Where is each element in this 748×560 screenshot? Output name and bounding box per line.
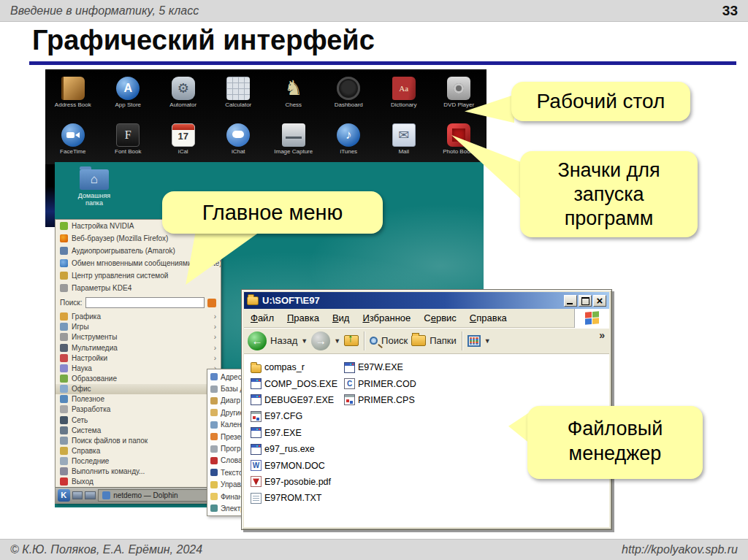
category-useful[interactable]: Полезное› <box>56 394 221 404</box>
file-item[interactable]: E97MON.DOC <box>251 457 343 473</box>
search-button-icon[interactable] <box>207 299 216 307</box>
music-note-icon <box>337 123 360 147</box>
home-folder-icon <box>80 169 109 190</box>
mac-icon-ichat[interactable]: iChat <box>211 123 267 163</box>
category-label: Поиск файлов и папок <box>72 437 148 445</box>
menu-help[interactable]: Справка <box>463 312 514 323</box>
mac-icon-label: Font Book <box>101 148 156 155</box>
maximize-button[interactable] <box>579 295 592 307</box>
file-item[interactable]: e97_rus.exe <box>251 441 343 457</box>
search-magnifier-icon[interactable] <box>370 337 378 345</box>
toolbar-overflow-chevron[interactable]: » <box>599 329 605 341</box>
category-settings[interactable]: Настройки› <box>56 353 221 363</box>
mac-icon-label: iChat <box>211 148 267 155</box>
menu-file[interactable]: Файл <box>244 312 280 323</box>
category-multimedia[interactable]: Мультимедиа› <box>56 342 221 353</box>
mac-icon-facetime[interactable]: FaceTime <box>45 123 101 163</box>
close-button[interactable] <box>593 295 606 307</box>
mac-icon-calculator[interactable]: Calculator <box>211 77 267 116</box>
menu-item-label: Параметры KDE4 <box>72 284 131 292</box>
menu-item-help[interactable]: Справка <box>56 445 221 456</box>
kopete-icon <box>60 259 68 267</box>
category-label: Сеть <box>72 416 88 424</box>
taskbar-task-dolphin[interactable]: netdemo — Dolphin <box>98 489 218 502</box>
file-item[interactable]: E97W.EXE <box>344 359 439 375</box>
category-office[interactable]: Офис› <box>56 384 221 394</box>
file-name: E97W.EXE <box>358 362 403 372</box>
mac-icon-label: App Store <box>101 101 156 108</box>
search-input[interactable] <box>85 297 205 308</box>
desktop-pager-icon[interactable] <box>85 491 96 499</box>
word-doc-icon <box>251 460 262 471</box>
mac-icon-mail[interactable]: Mail <box>376 123 432 163</box>
views-dropdown-icon[interactable]: ▼ <box>484 337 491 345</box>
mac-icon-ical[interactable]: iCal <box>156 123 211 163</box>
file-item[interactable]: E97ROM.TXT <box>251 490 343 506</box>
desktop-pager-icon[interactable] <box>72 491 83 499</box>
address-book-icon <box>210 373 218 380</box>
menu-item-logout[interactable]: Выход› <box>56 477 221 487</box>
folders-button-icon[interactable] <box>411 335 426 346</box>
file-name: E97-posobie.pdf <box>264 477 331 487</box>
category-science[interactable]: Наука› <box>56 363 221 373</box>
back-dropdown-icon[interactable]: ▼ <box>301 337 308 345</box>
category-development[interactable]: Разработка› <box>56 404 221 415</box>
mac-icon-chess[interactable]: Chess <box>266 77 321 116</box>
menu-item-recent[interactable]: Последние› <box>56 456 221 467</box>
mac-icon-font-book[interactable]: Font Book <box>101 123 156 163</box>
file-item[interactable]: DEBUGE97.EXE <box>251 392 343 408</box>
back-button[interactable]: ← <box>248 331 267 350</box>
minimize-button[interactable] <box>564 295 577 307</box>
forward-button[interactable]: → <box>311 331 330 350</box>
file-item[interactable]: E97.CFG <box>251 408 343 424</box>
home-folder-shortcut[interactable]: Домашняя папка <box>71 169 118 207</box>
up-folder-button[interactable] <box>344 335 359 346</box>
development-icon <box>60 405 68 413</box>
menu-edit[interactable]: Правка <box>280 312 326 323</box>
file-item[interactable]: COMP_DOS.EXE <box>251 375 343 391</box>
program-icon <box>210 445 218 453</box>
mac-icon-itunes[interactable]: iTunes <box>321 123 377 163</box>
menu-view[interactable]: Вид <box>326 312 356 323</box>
callout-main-menu: Главное меню <box>162 191 383 234</box>
category-graphics[interactable]: Графика› <box>56 312 221 322</box>
recent-icon <box>60 457 68 465</box>
mac-icon-address-book[interactable]: Address Book <box>45 77 101 116</box>
category-games[interactable]: Игры› <box>56 322 221 332</box>
mac-icon-dashboard[interactable]: Dashboard <box>321 77 377 116</box>
menu-favorites[interactable]: Избранное <box>356 312 417 323</box>
mac-icon-image-capture[interactable]: Image Capture <box>266 123 321 163</box>
file-item[interactable]: E97-posobie.pdf <box>251 474 343 490</box>
file-item[interactable]: PRIMER.COD <box>344 375 439 391</box>
file-item[interactable]: PRIMER.CPS <box>344 392 439 408</box>
calendar-icon <box>172 123 195 147</box>
back-label: Назад <box>270 335 297 346</box>
menu-item-run-command[interactable]: Выполнить команду... <box>56 467 221 477</box>
menu-item-find-files[interactable]: Поиск файлов и папок <box>56 435 221 445</box>
mac-icon-dictionary[interactable]: Dictionary <box>376 77 432 116</box>
forward-dropdown-icon[interactable]: ▼ <box>334 337 340 345</box>
file-item[interactable]: compas_r <box>251 359 343 375</box>
mac-icon-app-store[interactable]: App Store <box>101 77 156 116</box>
file-item[interactable]: E97.EXE <box>251 425 343 441</box>
course-title: Введение в информатику, 5 класс <box>10 4 199 18</box>
slide: Введение в информатику, 5 класс 33 Графи… <box>0 0 748 560</box>
window-title-bar[interactable]: U:\SOFT\E97 <box>244 292 609 309</box>
wrench-icon <box>60 284 68 292</box>
menu-search-row: Поиск: <box>56 294 221 312</box>
config-file-icon <box>251 411 262 422</box>
category-tools[interactable]: Инструменты› <box>56 332 221 342</box>
category-network[interactable]: Сеть› <box>56 415 221 425</box>
submenu-item-label: Прогр <box>221 445 241 453</box>
k-menu-button[interactable]: K <box>58 489 70 502</box>
menu-item-label: Веб-браузер (Mozilla Firefox) <box>72 234 168 242</box>
menu-item-kde4-settings[interactable]: Параметры KDE4 <box>56 282 221 294</box>
menu-service[interactable]: Сервис <box>417 312 463 323</box>
category-education[interactable]: Образование› <box>56 373 221 383</box>
menu-item-label: Настройка NVIDIA <box>72 222 134 230</box>
views-button[interactable] <box>468 335 481 347</box>
mac-icon-automator[interactable]: Automator <box>156 77 211 116</box>
category-label: Система <box>72 426 101 434</box>
dos-app-icon <box>251 378 262 389</box>
category-system[interactable]: Система› <box>56 425 221 435</box>
